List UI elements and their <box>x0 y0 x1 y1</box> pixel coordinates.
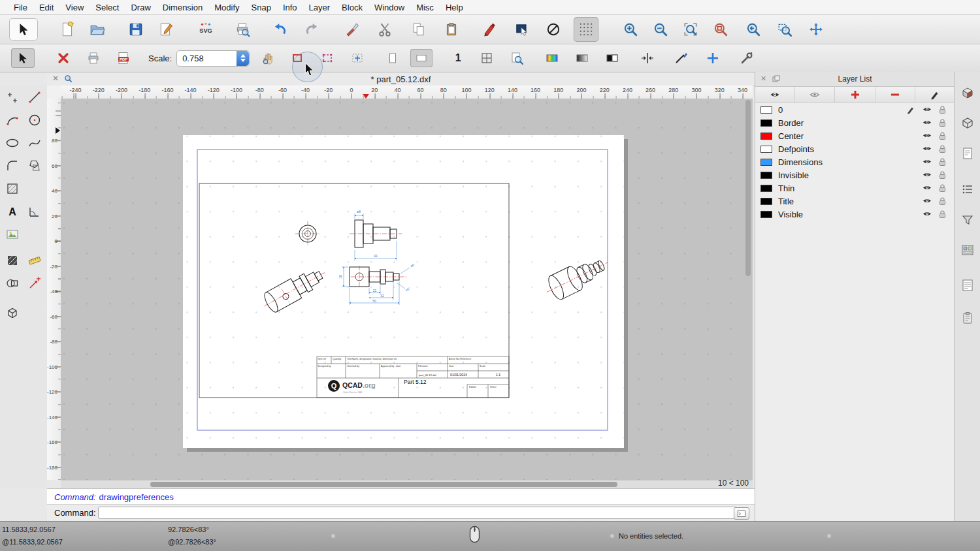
library-browser-button[interactable] <box>957 240 978 260</box>
show-all-layers-button[interactable] <box>755 87 795 102</box>
command-detach-button[interactable] <box>734 507 749 520</box>
view-list-button[interactable] <box>957 143 978 164</box>
snap-tool[interactable] <box>24 273 45 294</box>
boolean-tool[interactable] <box>2 273 23 294</box>
print-button[interactable] <box>82 49 105 67</box>
open-file-button[interactable] <box>85 17 110 42</box>
layer-row[interactable]: Center <box>755 129 955 142</box>
paste-button[interactable] <box>439 17 464 42</box>
layer-lock-icon[interactable] <box>938 210 947 219</box>
solid-fill-tool[interactable] <box>2 250 23 271</box>
undo-button[interactable] <box>268 17 293 42</box>
layer-lock-icon[interactable] <box>938 157 947 166</box>
copy-button[interactable] <box>406 17 431 42</box>
previous-view-button[interactable] <box>741 17 766 42</box>
polygon-tool[interactable] <box>24 155 45 176</box>
clear-selection-button[interactable] <box>541 17 566 42</box>
stepper-icon[interactable] <box>237 51 249 66</box>
scale-combobox[interactable]: 0.758 <box>176 50 250 67</box>
script-shell-button[interactable] <box>957 275 978 296</box>
page-count-button[interactable]: 1 <box>447 49 469 67</box>
hatch-tool[interactable] <box>2 178 23 199</box>
svg-export-button[interactable]: SVG <box>193 17 218 42</box>
menu-item-select[interactable]: Select <box>90 3 125 12</box>
new-file-button[interactable] <box>55 17 80 42</box>
layer-visibility-icon[interactable] <box>922 210 932 218</box>
remove-layer-button[interactable] <box>875 87 915 102</box>
clipboard-panel-button[interactable] <box>957 307 978 328</box>
menu-item-help[interactable]: Help <box>440 3 469 12</box>
drawing-canvas[interactable]: 41 ø8 <box>61 99 753 480</box>
menu-item-snap[interactable]: Snap <box>246 3 277 12</box>
layer-visibility-icon[interactable] <box>922 157 932 166</box>
ellipse-tool[interactable] <box>2 133 23 153</box>
layer-visibility-icon[interactable] <box>922 105 932 114</box>
horizontal-scrollbar-thumb[interactable] <box>150 482 617 487</box>
pdf-export-button[interactable]: PDF <box>112 49 135 67</box>
print-preview-button[interactable] <box>230 17 255 42</box>
polyline-tool[interactable] <box>2 155 23 176</box>
selection-tool-button[interactable] <box>9 18 38 40</box>
redo-button[interactable] <box>299 17 324 42</box>
layer-lock-icon[interactable] <box>938 105 947 114</box>
cut-button[interactable] <box>372 17 397 42</box>
layer-visibility-icon[interactable] <box>922 183 932 192</box>
origin-marker-button[interactable] <box>346 49 368 67</box>
layer-visibility-icon[interactable] <box>922 170 932 179</box>
portrait-page-button[interactable] <box>382 49 404 67</box>
layer-lock-icon[interactable] <box>938 118 947 127</box>
hide-all-layers-button[interactable] <box>795 87 835 102</box>
image-tool[interactable] <box>2 224 23 245</box>
zoom-to-page-button[interactable] <box>506 49 528 67</box>
arc-tool[interactable] <box>2 110 23 131</box>
measure-tool[interactable] <box>24 250 45 271</box>
menu-item-draw[interactable]: Draw <box>125 3 156 12</box>
grayscale-button[interactable] <box>571 49 593 67</box>
panel-detach-icon[interactable] <box>772 75 780 83</box>
pan-zoom-button[interactable] <box>804 17 828 42</box>
zoom-selection-button[interactable] <box>708 17 733 42</box>
edit-pen-button[interactable] <box>477 17 502 42</box>
save-file-button[interactable] <box>123 17 148 42</box>
layer-lock-icon[interactable] <box>938 197 947 206</box>
menu-item-info[interactable]: Info <box>277 3 303 12</box>
command-input[interactable] <box>98 507 737 519</box>
point-tool[interactable] <box>2 87 23 108</box>
layer-row[interactable]: Title <box>755 195 955 208</box>
layer-lock-icon[interactable] <box>938 144 947 153</box>
layer-lock-icon[interactable] <box>938 170 947 180</box>
layer-row[interactable]: Visible <box>755 208 955 221</box>
full-color-button[interactable] <box>541 49 563 67</box>
menu-item-window[interactable]: Window <box>368 3 410 12</box>
zoom-in-button[interactable] <box>618 17 643 42</box>
add-layer-button[interactable] <box>835 87 875 102</box>
auto-zoom-button[interactable] <box>678 17 703 42</box>
panel-close-icon[interactable]: ✕ <box>760 74 766 83</box>
line-tool[interactable] <box>24 87 45 108</box>
selection-mode-button[interactable] <box>510 17 534 42</box>
layer-visibility-icon[interactable] <box>922 131 932 140</box>
multi-page-grid-button[interactable] <box>476 49 498 67</box>
grid-toggle-button[interactable] <box>574 17 598 42</box>
close-drawing-button[interactable] <box>52 49 74 67</box>
vertical-scrollbar[interactable] <box>745 100 751 276</box>
layer-lock-icon[interactable] <box>938 183 947 193</box>
black-white-button[interactable] <box>601 49 623 67</box>
circle-tool[interactable] <box>24 110 45 131</box>
tab-close-icon[interactable]: ✕ <box>52 74 59 83</box>
selection-filter-button[interactable] <box>957 210 978 230</box>
block-list-button[interactable] <box>957 112 978 133</box>
layer-visibility-icon[interactable] <box>922 118 932 127</box>
box-3d-tool[interactable] <box>2 302 23 323</box>
layer-visibility-icon[interactable] <box>922 144 932 153</box>
hairline-mode-button[interactable] <box>636 49 659 67</box>
dimension-tool[interactable] <box>24 201 45 222</box>
zoom-out-button[interactable] <box>648 17 673 42</box>
layer-row[interactable]: Thin <box>755 181 955 195</box>
show-origin-button[interactable] <box>702 49 724 67</box>
menu-item-block[interactable]: Block <box>336 3 368 12</box>
layer-row[interactable]: Defpoints <box>755 142 955 155</box>
settings-wrench-button[interactable] <box>736 49 758 67</box>
layer-visibility-icon[interactable] <box>922 197 932 205</box>
menu-item-misc[interactable]: Misc <box>410 3 440 12</box>
